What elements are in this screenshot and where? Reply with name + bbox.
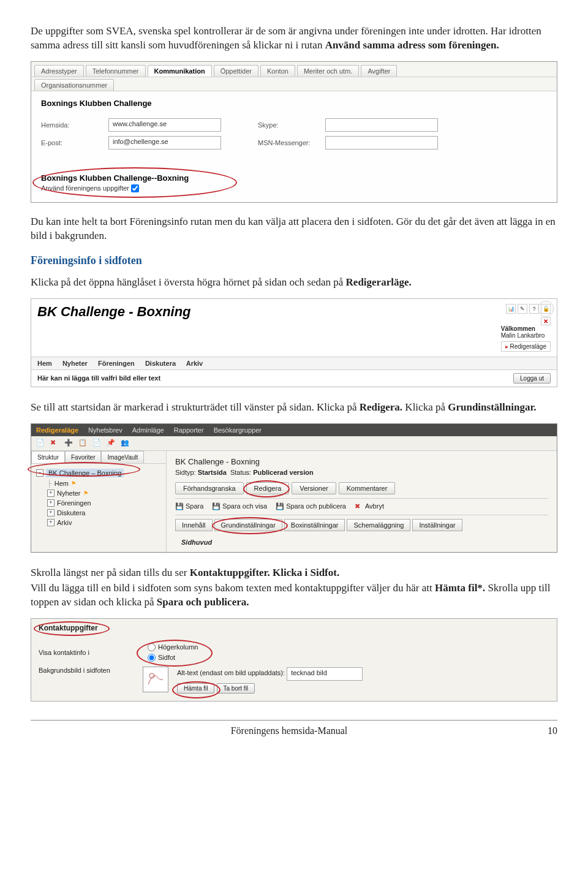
label-bgbild: Bakgrundsbild i sidfoten bbox=[39, 667, 137, 674]
paragraph-2: Du kan inte helt ta bort Föreningsinfo r… bbox=[31, 215, 557, 243]
button-hamta-fil[interactable]: Hämta fil bbox=[177, 683, 214, 694]
input-alt-text[interactable]: tecknad bild bbox=[287, 667, 363, 681]
label-use-assoc: Använd föreningens uppgifter bbox=[41, 184, 129, 192]
tab-innehall[interactable]: Innehåll bbox=[175, 519, 213, 531]
tab-telefonnummer[interactable]: Telefonnummer bbox=[86, 65, 146, 77]
tab-boxinstallningar[interactable]: Boxinställningar bbox=[284, 519, 345, 531]
input-hemsida[interactable]: www.challenge.se bbox=[108, 118, 221, 132]
radio-sidfot[interactable] bbox=[148, 654, 156, 662]
page-title: BK Challenge - Boxning bbox=[175, 457, 548, 466]
expander-icon[interactable]: + bbox=[47, 509, 55, 516]
tab-struktur[interactable]: Struktur bbox=[31, 451, 65, 463]
main-nav: Hem Nyheter Föreningen Diskutera Arkiv bbox=[31, 357, 557, 370]
editmode-link[interactable]: Redigeraläge bbox=[510, 343, 547, 350]
tab-installningar[interactable]: Inställningar bbox=[412, 519, 462, 531]
expander-icon[interactable]: + bbox=[47, 519, 55, 526]
action-spara-publicera[interactable]: Spara och publicera bbox=[286, 502, 346, 510]
toolbar-icon[interactable]: ✎ bbox=[518, 304, 527, 314]
nav-arkiv[interactable]: Arkiv bbox=[186, 360, 203, 367]
tab-versioner[interactable]: Versioner bbox=[292, 482, 336, 494]
label-hemsida: Hemsida: bbox=[41, 121, 108, 129]
menu-rapporter[interactable]: Rapporter bbox=[174, 426, 204, 434]
pin-icon[interactable]: 📌 bbox=[107, 439, 116, 448]
heading-foreningsinfo: Föreningsinfo i sidfoten bbox=[31, 254, 557, 267]
intro-paragraph: De uppgifter som SVEA, svenska spel kont… bbox=[31, 25, 557, 53]
input-msn[interactable] bbox=[325, 136, 438, 149]
username: Malin Lankarbro bbox=[501, 332, 551, 339]
tree-diskutera[interactable]: Diskutera bbox=[57, 509, 85, 516]
checkbox-use-assoc[interactable] bbox=[131, 184, 139, 192]
label-epost: E-post: bbox=[41, 139, 108, 146]
tab-adresstyper[interactable]: Adresstyper bbox=[34, 65, 84, 77]
tab-schemalaggning[interactable]: Schemaläggning bbox=[347, 519, 410, 531]
subtitle: Här kan ni lägga till valfri bild eller … bbox=[37, 374, 160, 382]
tab-favoriter[interactable]: Favoriter bbox=[65, 451, 101, 463]
tab-grundinstallningar[interactable]: Grundinställningar bbox=[214, 519, 282, 531]
tree-foreningen[interactable]: Föreningen bbox=[57, 499, 91, 507]
nav-diskutera[interactable]: Diskutera bbox=[145, 360, 176, 367]
club-name-boxing: Boxnings Klubben Challenge--Boxning bbox=[41, 173, 189, 183]
right-pane: BK Challenge - Boxning Sidtyp: Startsida… bbox=[167, 451, 557, 552]
tab-meriter[interactable]: Meriter och utm. bbox=[297, 65, 359, 77]
tab-forhandsgranska[interactable]: Förhandsgranska bbox=[175, 482, 244, 494]
tab-redigera[interactable]: Redigera bbox=[246, 482, 290, 494]
delete-icon[interactable]: ✖ bbox=[50, 439, 59, 448]
menu-redigeralage[interactable]: Redigeraläge bbox=[36, 426, 78, 434]
users-icon[interactable]: 👥 bbox=[121, 439, 130, 448]
action-spara[interactable]: Spara bbox=[186, 502, 203, 510]
tab-avgifter[interactable]: Avgifter bbox=[361, 65, 397, 77]
tree-hem[interactable]: Hem bbox=[55, 480, 69, 487]
label-hogerkolumn: Högerkolumn bbox=[158, 643, 198, 651]
action-avbryt[interactable]: Avbryt bbox=[365, 502, 384, 510]
tree-arkiv[interactable]: Arkiv bbox=[57, 519, 72, 526]
sidhuvud-label: Sidhuvud bbox=[175, 539, 548, 546]
paste-icon[interactable]: 📄 bbox=[92, 439, 102, 448]
nav-hem[interactable]: Hem bbox=[37, 360, 52, 367]
page-footer: Föreningens hemsida-Manual 10 bbox=[31, 720, 557, 736]
nav-nyheter[interactable]: Nyheter bbox=[62, 360, 88, 367]
screenshot-editor: Redigeraläge Nyhetsbrev Adminläge Rappor… bbox=[31, 423, 557, 553]
tab-konton[interactable]: Konton bbox=[260, 65, 295, 77]
new-icon[interactable]: 📄 bbox=[36, 439, 45, 448]
tabs-row: Adresstyper Telefonnummer Kommunikation … bbox=[31, 62, 557, 77]
expander-icon[interactable]: + bbox=[47, 499, 55, 507]
site-title: BK Challenge - Boxning bbox=[37, 304, 191, 320]
tab-organisationsnummer[interactable]: Organisationsnummer bbox=[34, 79, 114, 91]
logout-button[interactable]: Logga ut bbox=[513, 373, 551, 384]
page-meta: Sidtyp: Startsida Status: Publicerad ver… bbox=[175, 469, 548, 476]
radio-hogerkolumn[interactable] bbox=[148, 643, 156, 651]
tab-kommunikation[interactable]: Kommunikation bbox=[148, 65, 212, 77]
tab-imagevault[interactable]: ImageVault bbox=[101, 451, 144, 463]
expander-icon[interactable]: + bbox=[47, 490, 55, 497]
close-icon[interactable]: ✕ bbox=[541, 317, 551, 325]
tree-root[interactable]: BK Challenge – Boxning bbox=[46, 469, 124, 477]
expander-icon[interactable]: − bbox=[36, 469, 43, 477]
input-epost[interactable]: info@chellenge.se bbox=[108, 136, 221, 149]
menu-adminlage[interactable]: Adminläge bbox=[132, 426, 164, 434]
screenshot-kommunikation: Adresstyper Telefonnummer Kommunikation … bbox=[31, 61, 557, 203]
button-ta-bort-fil[interactable]: Ta bort fil bbox=[217, 683, 255, 694]
add-icon[interactable]: ➕ bbox=[64, 439, 74, 448]
label-alt-text: Alt-text (endast om bild uppladdats): bbox=[177, 669, 285, 676]
tab-oppettider[interactable]: Öppettider bbox=[214, 65, 258, 77]
kontakt-title: Kontaktuppgifter bbox=[39, 624, 98, 632]
toolbar-icon[interactable]: 📊 bbox=[506, 304, 516, 314]
tree-nyheter[interactable]: Nyheter bbox=[57, 490, 81, 497]
disk-icon: 💾 bbox=[212, 502, 221, 511]
copy-icon[interactable]: 📋 bbox=[78, 439, 88, 448]
welcome-label: Välkommen bbox=[501, 325, 551, 332]
club-name: Boxnings Klubben Challenge bbox=[41, 99, 547, 108]
disk-icon: 💾 bbox=[175, 502, 184, 511]
lock-icon[interactable]: 🔓 bbox=[541, 304, 551, 314]
tab-kommentarer[interactable]: Kommentarer bbox=[339, 482, 396, 494]
menu-nyhetsbrev[interactable]: Nyhetsbrev bbox=[88, 426, 123, 434]
input-skype[interactable] bbox=[325, 118, 438, 132]
flag-icon: ⚑ bbox=[83, 490, 88, 496]
paragraph-4: Se till att startsidan är markerad i str… bbox=[31, 401, 557, 415]
nav-foreningen[interactable]: Föreningen bbox=[98, 360, 135, 367]
menu-besokargrupper[interactable]: Besökargrupper bbox=[214, 426, 262, 434]
paragraph-3: Klicka på det öppna hänglåset i översta … bbox=[31, 276, 557, 290]
thumbnail bbox=[143, 667, 168, 692]
toolbar-icon[interactable]: ? bbox=[529, 304, 539, 314]
action-spara-visa[interactable]: Spara och visa bbox=[222, 502, 267, 510]
